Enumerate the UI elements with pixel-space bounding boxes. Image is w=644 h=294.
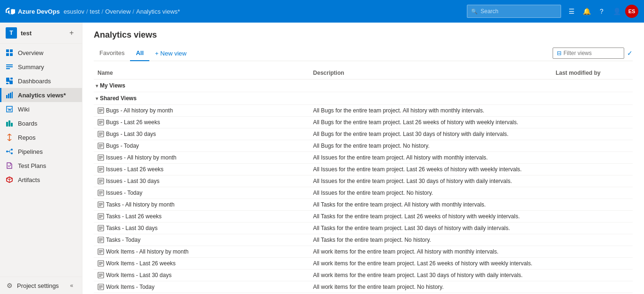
table-row[interactable]: Issues - Today All Issues for the entire…	[94, 187, 633, 199]
breadcrumb-current[interactable]: Analytics views*	[136, 8, 180, 15]
collapse-icon[interactable]: «	[67, 281, 76, 290]
view-last-modified	[552, 258, 633, 270]
person-icon[interactable]: 👤	[610, 5, 623, 18]
view-row-icon	[98, 190, 104, 196]
list-icon[interactable]: ☰	[565, 5, 578, 18]
table-row[interactable]: Work Items - Today All work items for th…	[94, 281, 633, 293]
view-last-modified	[552, 211, 633, 222]
filter-checkmark-icon[interactable]: ✓	[627, 49, 633, 57]
col-description: Description	[310, 67, 552, 79]
svg-rect-28	[99, 123, 101, 124]
table-row[interactable]: Bugs - Last 26 weeks All Bugs for the en…	[94, 117, 633, 128]
view-description: All Issues for the entire team project. …	[310, 187, 552, 199]
main-content: Analytics views Favorites All + New view…	[82, 23, 644, 294]
tabs-bar: Favorites All + New view ⊟ ✓	[94, 46, 633, 61]
filter-views-input[interactable]: ⊟	[553, 48, 624, 59]
view-name: Issues - Today	[106, 190, 142, 196]
svg-rect-60	[99, 217, 101, 218]
table-row[interactable]: Work Items - Last 30 days All work items…	[94, 270, 633, 281]
view-row-icon	[98, 119, 104, 126]
svg-rect-82	[99, 286, 103, 286]
sidebar-item-testplans[interactable]: Test Plans	[0, 159, 82, 173]
top-nav-icons: ☰ 🔔 ? 👤 ES	[565, 5, 638, 18]
sidebar-label-testplans: Test Plans	[18, 162, 46, 169]
view-description: All Tasks for the entire team project. L…	[310, 222, 552, 234]
view-name: Issues - All history by month	[106, 154, 176, 161]
svg-rect-6	[6, 68, 10, 69]
table-row[interactable]: Issues - Last 26 weeks All Issues for th…	[94, 164, 633, 175]
filter-text-input[interactable]	[563, 50, 620, 56]
table-row[interactable]: Work Items - Last 26 weeks All work item…	[94, 258, 633, 270]
sidebar: T test + Overview Summary Dashbo	[0, 23, 82, 294]
table-row[interactable]: Tasks - Today All Tasks for the entire t…	[94, 234, 633, 246]
sidebar-item-repos[interactable]: Repos	[0, 130, 82, 144]
svg-rect-70	[99, 250, 103, 251]
svg-rect-50	[99, 191, 103, 192]
section-toggle[interactable]: ▾	[96, 83, 98, 88]
table-row[interactable]: Bugs - Today All Bugs for the entire tea…	[94, 140, 633, 152]
table-row[interactable]: Tasks - Last 26 weeks All Tasks for the …	[94, 211, 633, 222]
table-row[interactable]: Issues - All history by month All Issues…	[94, 152, 633, 164]
sidebar-label-pipelines: Pipelines	[18, 148, 43, 155]
view-description: All Bugs for the entire team project. Al…	[310, 105, 552, 117]
section-toggle[interactable]: ▾	[96, 96, 98, 101]
sidebar-item-dashboards[interactable]: Dashboards	[0, 74, 82, 88]
sidebar-item-analytics[interactable]: Analytics views*	[0, 88, 82, 102]
search-box[interactable]: 🔍	[467, 5, 561, 18]
sidebar-item-pipelines[interactable]: Pipelines	[0, 144, 82, 159]
table-row[interactable]: Work Items - All history by month All wo…	[94, 246, 633, 258]
sidebar-item-artifacts[interactable]: Artifacts	[0, 173, 82, 187]
table-row[interactable]: Issues - Last 30 days All Issues for the…	[94, 175, 633, 187]
view-row-icon	[98, 131, 104, 137]
sidebar-item-boards[interactable]: Boards	[0, 116, 82, 130]
svg-rect-9	[6, 83, 8, 84]
sidebar-item-wiki[interactable]: Wiki	[0, 102, 82, 116]
svg-rect-48	[99, 182, 101, 183]
svg-rect-80	[99, 276, 101, 277]
settings-label[interactable]: Project settings	[17, 282, 63, 289]
brand[interactable]: Azure DevOps	[6, 7, 60, 16]
svg-rect-15	[6, 122, 8, 127]
avatar[interactable]: ES	[625, 5, 638, 18]
top-nav-right: 🔍 ☰ 🔔 ? 👤 ES	[467, 5, 638, 18]
table-row[interactable]: Bugs - All history by month All Bugs for…	[94, 105, 633, 117]
svg-rect-67	[99, 240, 103, 240]
sidebar-item-overview[interactable]: Overview	[0, 46, 82, 60]
svg-rect-44	[99, 170, 101, 171]
table-row[interactable]: Tasks - All history by month All Tasks f…	[94, 199, 633, 211]
view-last-modified	[552, 222, 633, 234]
settings-icon: ⚙	[6, 282, 13, 289]
tab-favorites[interactable]: Favorites	[94, 46, 130, 61]
sidebar-label-overview: Overview	[18, 49, 43, 56]
svg-rect-2	[6, 53, 9, 56]
search-input[interactable]	[481, 8, 557, 15]
artifacts-icon	[6, 176, 13, 183]
view-last-modified	[552, 270, 633, 281]
table-row[interactable]: Bugs - Last 30 days All Bugs for the ent…	[94, 128, 633, 140]
notification-icon[interactable]: 🔔	[580, 5, 593, 18]
view-last-modified	[552, 175, 633, 187]
sidebar-item-summary[interactable]: Summary	[0, 60, 82, 74]
boards-icon	[6, 119, 13, 127]
view-row-icon	[98, 213, 104, 220]
breadcrumb-user[interactable]: esuslov	[64, 8, 84, 15]
view-row-icon	[98, 154, 104, 161]
svg-rect-5	[6, 66, 13, 67]
breadcrumb-overview[interactable]: Overview	[105, 8, 130, 15]
add-project-button[interactable]: +	[67, 28, 76, 38]
tabs-right: ⊟ ✓	[553, 48, 633, 59]
new-view-button[interactable]: + New view	[149, 46, 192, 61]
project-icon: T	[6, 27, 17, 39]
help-icon[interactable]: ?	[595, 5, 608, 18]
breadcrumb-project[interactable]: test	[90, 8, 100, 15]
svg-rect-42	[99, 168, 103, 168]
view-description: All Issues for the entire team project. …	[310, 175, 552, 187]
top-nav: Azure DevOps esuslov / test / Overview /…	[0, 0, 644, 23]
svg-point-18	[6, 151, 8, 152]
tab-all[interactable]: All	[130, 46, 149, 61]
wiki-icon	[6, 105, 13, 113]
svg-rect-34	[99, 144, 103, 145]
view-description: All Bugs for the entire team project. No…	[310, 140, 552, 152]
sidebar-label-summary: Summary	[18, 64, 44, 71]
table-row[interactable]: Tasks - Last 30 days All Tasks for the e…	[94, 222, 633, 234]
